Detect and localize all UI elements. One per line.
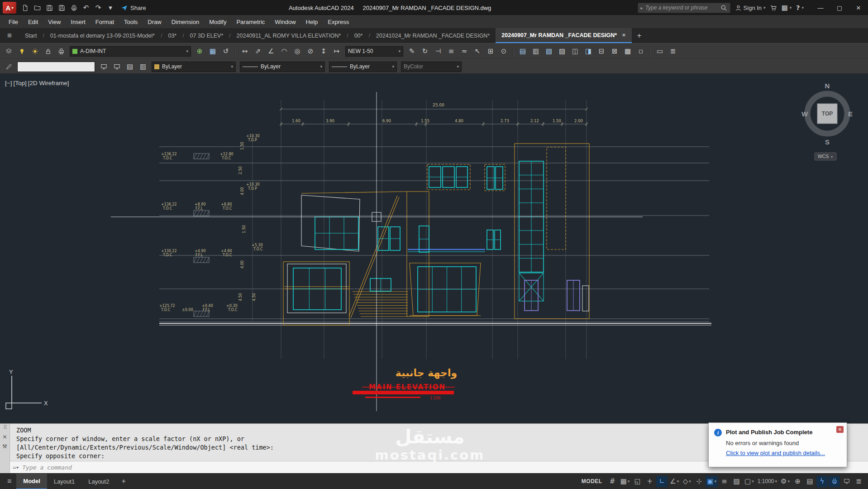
layer-match-icon[interactable]: ▦ [206, 45, 219, 58]
menu-draw[interactable]: Draw [143, 16, 166, 28]
object-snap-icon[interactable]: ▣▾ [706, 476, 718, 487]
search-box[interactable]: ▸ [638, 3, 730, 13]
menu-express[interactable]: Express [323, 16, 354, 28]
list-properties-icon[interactable]: ▤ [124, 61, 136, 73]
tolerance-icon[interactable]: ⊞ [484, 45, 497, 58]
command-customize-icon[interactable]: ⚒ [2, 443, 7, 450]
infer-constraints-icon[interactable]: ◱ [632, 476, 643, 487]
layer-previous-icon[interactable]: ↺ [219, 45, 232, 58]
menu-window[interactable]: Window [270, 16, 300, 28]
menu-format[interactable]: Format [91, 16, 119, 28]
status-menu-icon[interactable]: ≡ [4, 477, 15, 485]
close-button[interactable]: ✕ [849, 0, 868, 15]
dim-aligned-icon[interactable]: ⇗ [252, 45, 264, 58]
search-icon[interactable] [720, 5, 727, 11]
compass-west-label[interactable]: W [801, 110, 808, 118]
quick-text-field[interactable] [17, 62, 95, 72]
isometric-drafting-icon[interactable]: ◇▾ [681, 476, 692, 487]
change-to-current-layer-icon[interactable]: ⊠ [608, 45, 621, 58]
layout-tab-layout2[interactable]: Layout2 [81, 474, 116, 489]
menu-file[interactable]: File [4, 16, 23, 28]
dim-linear-icon[interactable]: ↔ [238, 45, 251, 58]
dim-style-select[interactable]: NEW 1-50▾ [345, 46, 403, 57]
open-file-icon[interactable] [31, 2, 43, 14]
file-tab[interactable]: Start [19, 28, 43, 43]
undo-icon[interactable]: ↶ [80, 2, 92, 14]
viewport-minimize-control[interactable]: [−] [5, 80, 12, 86]
viewport-visual-style-control[interactable]: [2D Wireframe] [28, 80, 70, 86]
polar-tracking-icon[interactable]: ∠▾ [668, 476, 680, 487]
layer-lock-icon[interactable] [42, 45, 54, 58]
dim-arc-length-icon[interactable]: ◠ [278, 45, 291, 58]
center-mark-icon[interactable]: ⊙ [497, 45, 510, 58]
customize-qat-icon[interactable]: ▾ [105, 2, 116, 14]
panel-grip-handle[interactable]: ⠿ [3, 424, 6, 431]
layer-off-object-icon[interactable]: ▨ [556, 45, 568, 58]
sign-in-button[interactable]: Sign In ▾ [735, 5, 766, 11]
model-space-indicator[interactable]: MODEL [582, 478, 602, 484]
layout-tab-layout1[interactable]: Layout1 [47, 474, 81, 489]
new-file-icon[interactable] [19, 2, 31, 14]
customization-icon[interactable]: ≣ [853, 476, 864, 487]
clean-screen-icon[interactable] [841, 476, 852, 487]
menu-dimension[interactable]: Dimension [167, 16, 204, 28]
compass-east-label[interactable]: E [848, 110, 853, 118]
dynamic-input-icon[interactable]: + [644, 476, 655, 487]
match-properties-icon[interactable] [2, 61, 15, 73]
layer-properties-manager-icon[interactable] [2, 45, 15, 58]
layer-thaw-icon[interactable] [29, 45, 41, 58]
menu-view[interactable]: View [43, 16, 66, 28]
file-tab[interactable]: 20240911_AL ROMY VILLA ELEVATION* [231, 28, 347, 43]
make-object-layer-current-icon[interactable]: ⊕ [193, 45, 206, 58]
menu-insert[interactable]: Insert [66, 16, 91, 28]
object-snap-tracking-icon[interactable]: ⊹ [693, 476, 705, 487]
maximize-button[interactable]: ▢ [830, 0, 849, 15]
redo-icon[interactable]: ↷ [92, 2, 104, 14]
command-panel-close-icon[interactable]: ✕ [2, 434, 7, 440]
menu-edit[interactable]: Edit [23, 16, 43, 28]
save-icon[interactable] [43, 2, 55, 14]
app-menu-button[interactable]: A ▾ [3, 2, 16, 14]
dim-break-icon[interactable]: ⊣ [432, 45, 444, 58]
lineweight-display-icon[interactable]: ≡ [719, 476, 730, 487]
view-plot-details-link[interactable]: Click to view plot and publish details..… [726, 450, 825, 456]
notification-close-button[interactable]: ✕ [836, 426, 844, 433]
new-drawing-tab-button[interactable]: + [632, 31, 647, 40]
dim-radius-icon[interactable]: ◎ [291, 45, 304, 58]
minimize-button[interactable]: — [811, 0, 830, 15]
compass-south-label[interactable]: S [825, 138, 830, 146]
compass-north-label[interactable]: N [825, 82, 830, 90]
drawing-viewport[interactable]: [−] [Top] [2D Wireframe] 25.001.603.906.… [0, 74, 868, 423]
add-layout-button[interactable]: + [117, 477, 129, 485]
layer-on-icon[interactable] [15, 45, 28, 58]
layer-isolate-icon[interactable]: ▤ [516, 45, 529, 58]
layer-walk-icon[interactable]: ◨ [582, 45, 595, 58]
drawing-canvas[interactable]: 25.001.603.906.901.554.802.732.121.502.0… [0, 74, 868, 423]
share-button[interactable]: Share [121, 5, 146, 11]
plot-icon[interactable] [68, 2, 80, 14]
plot-status-icon[interactable] [829, 476, 840, 487]
help-button[interactable]: ? ▾ [796, 5, 804, 11]
dim-edit-icon[interactable]: ✎ [405, 45, 418, 58]
lineweight-select[interactable]: ByLayer▾ [329, 62, 397, 72]
quick-properties-icon[interactable]: ▤ [804, 476, 816, 487]
draworder-icon[interactable] [110, 61, 123, 73]
snap-mode-icon[interactable]: ▦▾ [619, 476, 631, 487]
menu-modify[interactable]: Modify [204, 16, 231, 28]
dim-space-icon[interactable]: ≡ [445, 45, 458, 58]
object-color-icon[interactable]: ▥ [137, 61, 149, 73]
grid-display-icon[interactable]: # [607, 476, 618, 487]
layer-unisolate-icon[interactable]: ▥ [529, 45, 542, 58]
file-tab[interactable]: 20241024_Mr RAMDAN _FACADE DESIGN* [370, 28, 496, 43]
layout-tab-model[interactable]: Model [16, 474, 47, 489]
ortho-mode-icon[interactable]: ∟ [656, 476, 668, 487]
menu-parametric[interactable]: Parametric [231, 16, 270, 28]
view-cube[interactable]: N W E S TOP WCS ▾ [801, 78, 855, 165]
quick-text-field-input[interactable] [18, 62, 95, 72]
file-tab[interactable]: 01-mostafa el demary 13-09-2015-Model* [44, 28, 161, 43]
annotation-monitor-icon[interactable]: ⊕ [792, 476, 803, 487]
dim-angular-icon[interactable]: ∠ [265, 45, 277, 58]
search-input[interactable] [645, 5, 718, 11]
dim-update-icon[interactable]: ↻ [419, 45, 431, 58]
multileader-icon[interactable]: ↖ [471, 45, 484, 58]
